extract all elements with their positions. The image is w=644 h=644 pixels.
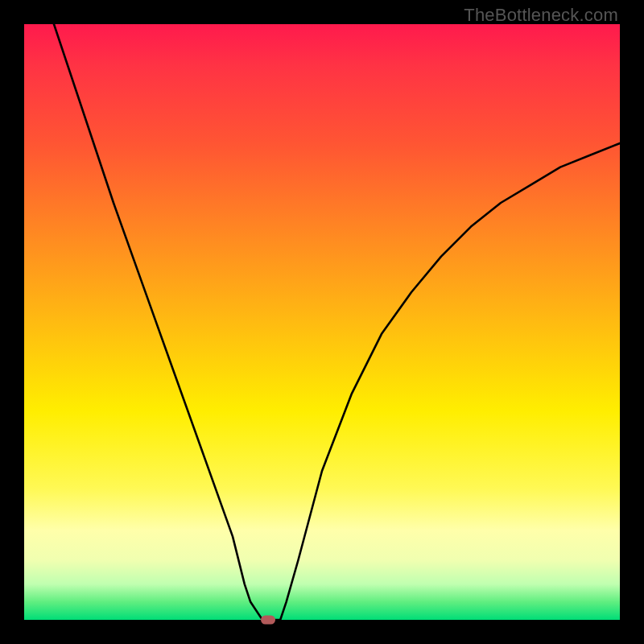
watermark-text: TheBottleneck.com	[464, 5, 618, 26]
chart-background-gradient	[24, 24, 620, 620]
optimum-marker	[261, 616, 275, 625]
chart-root: TheBottleneck.com	[0, 0, 644, 644]
